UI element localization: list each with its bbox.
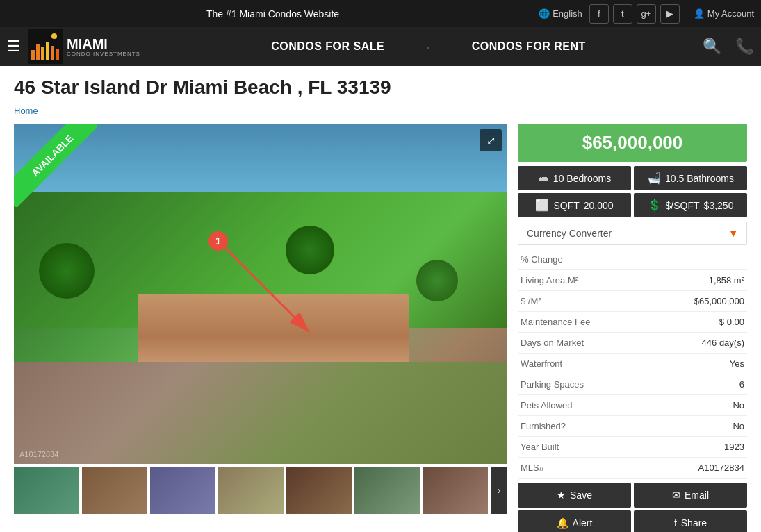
bedrooms-value: 10 Bedrooms bbox=[553, 173, 611, 184]
sqft-per-label: $/SQFT bbox=[666, 200, 700, 211]
bed-icon: 🛏 bbox=[538, 172, 549, 185]
currency-converter-header[interactable]: Currency Converter ▼ bbox=[518, 222, 746, 244]
detail-value: 1,858 m² bbox=[650, 270, 747, 291]
bathrooms-stat: 🛁 10.5 Bathrooms bbox=[634, 166, 747, 190]
top-bar: The #1 Miami Condos Website 🌐 English f … bbox=[0, 0, 761, 27]
thumbnail-4[interactable] bbox=[218, 467, 284, 514]
logo-area[interactable]: MIAMI CONDO INVESTMENTS bbox=[28, 29, 140, 64]
detail-row: Maintenance Fee$ 0.00 bbox=[518, 312, 747, 333]
svg-rect-5 bbox=[51, 46, 54, 60]
detail-label: Furnished? bbox=[518, 416, 650, 437]
sqft-value: 20,000 bbox=[584, 200, 614, 211]
detail-label: Parking Spaces bbox=[518, 374, 650, 395]
detail-value: $ 0.00 bbox=[650, 312, 747, 333]
language-selector[interactable]: 🌐 English bbox=[539, 8, 582, 19]
youtube-icon[interactable]: ▶ bbox=[660, 4, 680, 24]
detail-label: % Change bbox=[518, 249, 650, 270]
detail-label: Year Built bbox=[518, 437, 650, 458]
detail-label: $ /M² bbox=[518, 291, 650, 312]
googleplus-icon[interactable]: g+ bbox=[637, 4, 656, 24]
property-layout: AVAILABLE 1 ⤢ A10172834 bbox=[14, 124, 747, 532]
condos-for-sale-link[interactable]: CONDOS FOR SALE bbox=[271, 40, 384, 53]
sqft-per-icon: 💲 bbox=[648, 199, 662, 212]
detail-value: A10172834 bbox=[650, 458, 747, 479]
detail-row: Furnished?No bbox=[518, 416, 747, 437]
detail-label: MLS# bbox=[518, 458, 650, 479]
bath-icon: 🛁 bbox=[647, 172, 661, 185]
expand-button[interactable]: ⤢ bbox=[480, 129, 502, 151]
top-bar-right: 🌐 English f t g+ ▶ 👤 My Account bbox=[539, 4, 754, 24]
thumbnail-6[interactable] bbox=[354, 467, 420, 514]
detail-value: 6 bbox=[650, 374, 747, 395]
site-title: The #1 Miami Condos Website bbox=[7, 8, 539, 19]
sqft-label: SQFT bbox=[553, 200, 579, 211]
sqft-per-stat: 💲 $/SQFT $3,250 bbox=[634, 193, 747, 217]
search-icon[interactable]: 🔍 bbox=[703, 38, 721, 56]
bathrooms-value: 10.5 Bathrooms bbox=[665, 173, 734, 184]
detail-row: Parking Spaces6 bbox=[518, 374, 747, 395]
phone-icon[interactable]: 📞 bbox=[735, 38, 754, 56]
thumbnail-2[interactable] bbox=[82, 467, 147, 514]
share-facebook-icon: f bbox=[674, 517, 677, 529]
nav-separator: · bbox=[426, 39, 430, 55]
detail-label: Days on Market bbox=[518, 333, 650, 354]
detail-value: 446 day(s) bbox=[650, 333, 747, 354]
svg-rect-3 bbox=[41, 47, 44, 60]
condos-for-rent-link[interactable]: CONDOS FOR RENT bbox=[472, 40, 586, 53]
main-image-wrapper: AVAILABLE 1 ⤢ A10172834 bbox=[14, 124, 507, 464]
detail-row: Days on Market446 day(s) bbox=[518, 333, 747, 354]
my-account-button[interactable]: 👤 My Account bbox=[694, 8, 754, 19]
thumbnails: › bbox=[14, 467, 507, 514]
thumbnail-next[interactable]: › bbox=[491, 467, 507, 514]
svg-rect-6 bbox=[56, 49, 59, 60]
sqft-icon: ⬜ bbox=[535, 199, 549, 212]
globe-icon: 🌐 bbox=[539, 8, 550, 19]
social-links: f t g+ ▶ bbox=[589, 4, 680, 24]
detail-row: MLS#A10172834 bbox=[518, 458, 747, 479]
logo-svg bbox=[28, 29, 63, 64]
thumbnail-5[interactable] bbox=[286, 467, 352, 514]
alert-button[interactable]: 🔔 Alert bbox=[518, 510, 631, 532]
save-button[interactable]: ★ Save bbox=[518, 483, 631, 508]
svg-rect-4 bbox=[46, 42, 49, 60]
detail-label: Living Area M² bbox=[518, 270, 650, 291]
star-icon: ★ bbox=[557, 490, 566, 501]
detail-row: $ /M²$65,000,000 bbox=[518, 291, 747, 312]
watermark: A10172834 bbox=[19, 450, 58, 458]
nav-right: 🔍 📞 bbox=[703, 38, 754, 56]
dropdown-icon: ▼ bbox=[728, 228, 738, 239]
logo-main-text: MIAMI bbox=[67, 37, 140, 51]
share-button[interactable]: f Share bbox=[634, 510, 747, 532]
detail-label: Maintenance Fee bbox=[518, 312, 650, 333]
available-ribbon: AVAILABLE bbox=[14, 124, 97, 207]
email-button[interactable]: ✉ Email bbox=[634, 483, 747, 508]
detail-value: $65,000,000 bbox=[650, 291, 747, 312]
annotation-number: 1 bbox=[208, 231, 228, 251]
sqft-stat: ⬜ SQFT 20,000 bbox=[518, 193, 631, 217]
user-icon: 👤 bbox=[694, 8, 705, 19]
twitter-icon[interactable]: t bbox=[613, 4, 632, 24]
detail-label: Pets Allowed bbox=[518, 395, 650, 416]
thumbnail-7[interactable] bbox=[423, 467, 488, 514]
main-content: 46 Star Island Dr Miami Beach , FL 33139… bbox=[0, 66, 761, 532]
detail-row: Pets AllowedNo bbox=[518, 395, 747, 416]
facebook-icon[interactable]: f bbox=[589, 4, 609, 24]
currency-converter[interactable]: Currency Converter ▼ bbox=[518, 222, 747, 245]
detail-value bbox=[650, 249, 747, 270]
thumbnail-1[interactable] bbox=[14, 467, 79, 514]
bell-icon: 🔔 bbox=[557, 517, 568, 529]
sqft-per-value: $3,250 bbox=[704, 200, 734, 211]
available-label: AVAILABLE bbox=[14, 124, 97, 207]
thumbnail-3[interactable] bbox=[150, 467, 215, 514]
detail-row: % Change bbox=[518, 249, 747, 270]
detail-row: Year Built1923 bbox=[518, 437, 747, 458]
stats-grid: 🛏 10 Bedrooms 🛁 10.5 Bathrooms ⬜ SQFT 20… bbox=[518, 166, 747, 217]
nav-links: CONDOS FOR SALE · CONDOS FOR RENT bbox=[154, 39, 703, 55]
image-section: AVAILABLE 1 ⤢ A10172834 bbox=[14, 124, 507, 532]
detail-value: 1923 bbox=[650, 437, 747, 458]
home-link[interactable]: Home bbox=[14, 106, 38, 116]
detail-value: Yes bbox=[650, 354, 747, 374]
hamburger-menu[interactable]: ☰ bbox=[7, 38, 21, 56]
save-label: Save bbox=[570, 490, 592, 501]
property-address: 46 Star Island Dr Miami Beach , FL 33139 bbox=[14, 76, 747, 99]
